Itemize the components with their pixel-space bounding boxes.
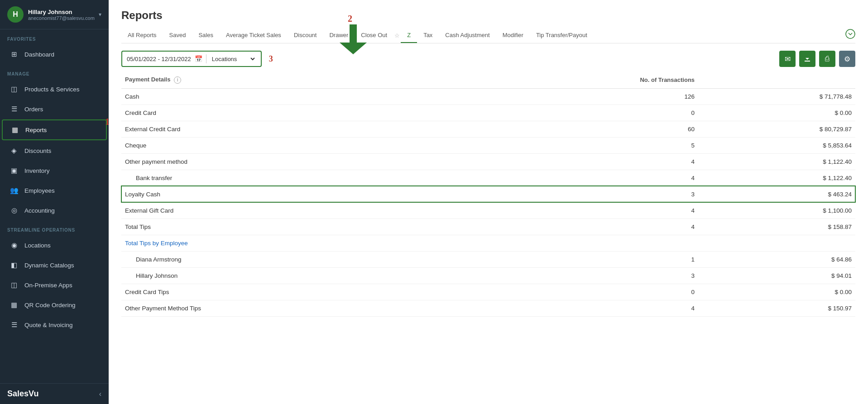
sidebar-item-locations[interactable]: ◉ Locations — [2, 236, 107, 255]
payment-label: Hillary Johnson — [121, 267, 452, 284]
table-row: Bank transfer4$ 1,122.40 — [121, 170, 855, 186]
sidebar-item-on-premise-apps[interactable]: ◫ On-Premise Apps — [2, 276, 107, 295]
payment-label: Cheque — [121, 137, 452, 153]
tab-cash-adjustment[interactable]: Cash Adjustment — [439, 28, 496, 43]
transaction-count: 0 — [452, 284, 698, 300]
payment-label: Diana Armstrong — [121, 251, 452, 267]
amount: $ 5,853.64 — [698, 137, 855, 153]
tab-modifier[interactable]: Modifier — [496, 28, 530, 43]
sidebar-item-label: Locations — [24, 242, 51, 249]
sidebar-footer: SalesVu ‹ — [0, 383, 109, 404]
sidebar-item-label: Dynamic Catalogs — [24, 262, 74, 269]
tab-average-ticket-sales[interactable]: Average Ticket Sales — [220, 28, 288, 43]
action-buttons: ✉ ⎙ ⚙ — [779, 51, 855, 67]
sidebar-item-inventory[interactable]: ▣ Inventory — [2, 161, 107, 180]
transaction-count: 4 — [452, 219, 698, 235]
export-button[interactable] — [799, 51, 815, 67]
sidebar-item-label: Products & Services — [24, 86, 80, 93]
reports-icon: ▦ — [10, 125, 20, 135]
tab-close-out[interactable]: Close Out — [355, 28, 393, 43]
sidebar-item-qr-code-ordering[interactable]: ▦ QR Code Ordering — [2, 295, 107, 314]
amount: $ 80,729.87 — [698, 121, 855, 137]
sidebar-item-label: Orders — [24, 106, 43, 113]
sidebar-item-products-services[interactable]: ◫ Products & Services — [2, 80, 107, 99]
star-icon[interactable]: ☆ — [394, 32, 400, 39]
chevron-down-icon: ▾ — [99, 11, 101, 18]
tabs-collapse-icon[interactable] — [845, 29, 855, 41]
manage-section-label: MANAGE — [0, 64, 109, 79]
transaction-count: 126 — [452, 88, 698, 105]
sidebar-item-reports[interactable]: ▦ Reports 1 — [2, 119, 107, 140]
sidebar-item-label: On-Premise Apps — [24, 282, 72, 289]
sidebar-item-orders[interactable]: ☰ Orders — [2, 100, 107, 119]
tab-sales[interactable]: Sales — [192, 28, 220, 43]
sidebar-collapse-button[interactable]: ‹ — [99, 390, 101, 398]
transaction-count: 5 — [452, 137, 698, 153]
transaction-count — [452, 235, 698, 251]
amount: $ 64.86 — [698, 251, 855, 267]
table-row: Hillary Johnson3$ 94.01 — [121, 267, 855, 284]
amount: $ 94.01 — [698, 267, 855, 284]
amount: $ 463.24 — [698, 186, 855, 202]
settings-button[interactable]: ⚙ — [839, 51, 855, 67]
tab-saved[interactable]: Saved — [163, 28, 192, 43]
sidebar-item-label: Employees — [24, 187, 55, 194]
discounts-icon: ◈ — [9, 146, 19, 156]
accounting-icon: ◎ — [9, 205, 19, 215]
annotation-badge-3: 3 — [269, 54, 273, 64]
svg-point-2 — [846, 29, 855, 38]
payment-report-table: Payment Details i No. of Transactions Ca… — [121, 71, 855, 317]
payment-label: Credit Card — [121, 105, 452, 121]
sidebar-item-label: QR Code Ordering — [24, 302, 76, 309]
email-button[interactable]: ✉ — [779, 51, 796, 67]
locations-icon: ◉ — [9, 240, 19, 250]
tab-discount[interactable]: Discount — [288, 28, 323, 43]
sidebar-item-quote-invoicing[interactable]: ☰ Quote & Invoicing — [2, 315, 107, 334]
sidebar-item-accounting[interactable]: ◎ Accounting — [2, 201, 107, 220]
transaction-count: 4 — [452, 202, 698, 219]
tab-tip-transfer-payout[interactable]: Tip Transfer/Payout — [530, 28, 594, 43]
sidebar-item-label: Reports — [25, 127, 47, 133]
transaction-count: 3 — [452, 267, 698, 284]
qr-code-icon: ▦ — [9, 300, 19, 310]
info-icon[interactable]: i — [174, 76, 181, 84]
report-table-container: Payment Details i No. of Transactions Ca… — [109, 71, 868, 404]
calendar-icon[interactable]: 📅 — [195, 55, 202, 62]
amount: $ 150.97 — [698, 300, 855, 316]
sidebar-item-dynamic-catalogs[interactable]: ◧ Dynamic Catalogs — [2, 256, 107, 275]
tab-all-reports[interactable]: All Reports — [121, 28, 163, 43]
location-select[interactable]: Locations All Locations Main Store Branc… — [210, 55, 256, 63]
main-content: 2 Reports All Reports Saved Sales Averag… — [109, 0, 868, 404]
dashboard-icon: ⊞ — [9, 49, 19, 59]
col-transactions: No. of Transactions — [452, 71, 698, 88]
amount: $ 1,122.40 — [698, 170, 855, 186]
table-row: Other payment method4$ 1,122.40 — [121, 153, 855, 170]
sidebar-item-label: Accounting — [24, 207, 55, 214]
sidebar-item-employees[interactable]: 👥 Employees — [2, 181, 107, 200]
sidebar-item-label: Dashboard — [24, 51, 54, 58]
table-row: Loyalty Cash3$ 463.24 — [121, 186, 855, 202]
filter-bar: 05/01/2022 - 12/31/2022 📅 Locations All … — [109, 43, 868, 71]
sidebar-item-discounts[interactable]: ◈ Discounts — [2, 141, 107, 160]
print-button[interactable]: ⎙ — [819, 51, 835, 67]
user-profile[interactable]: H Hillary Johnson aneconomist77@salesvu.… — [0, 0, 109, 29]
sidebar-item-label: Inventory — [24, 167, 50, 174]
table-row: External Gift Card4$ 1,100.00 — [121, 202, 855, 219]
avatar: H — [7, 6, 24, 23]
link-text[interactable]: Total Tips by Employee — [125, 240, 188, 247]
payment-label: Other Payment Method Tips — [121, 300, 452, 316]
payment-label: Total Tips by Employee — [121, 235, 452, 251]
sidebar-item-dashboard[interactable]: ⊞ Dashboard — [2, 45, 107, 64]
table-row: External Credit Card60$ 80,729.87 — [121, 121, 855, 137]
user-name: Hillary Johnson — [28, 9, 97, 15]
tab-z[interactable]: Z — [401, 28, 417, 43]
streamline-section-label: STREAMLINE OPERATIONS — [0, 220, 109, 235]
tab-drawer[interactable]: Drawer — [323, 28, 355, 43]
amount: $ 0.00 — [698, 284, 855, 300]
inventory-icon: ▣ — [9, 166, 19, 176]
favorites-section-label: FAVORITES — [0, 29, 109, 44]
amount — [698, 235, 855, 251]
tab-tax[interactable]: Tax — [417, 28, 439, 43]
quote-invoicing-icon: ☰ — [9, 320, 19, 330]
col-amount — [698, 71, 855, 88]
